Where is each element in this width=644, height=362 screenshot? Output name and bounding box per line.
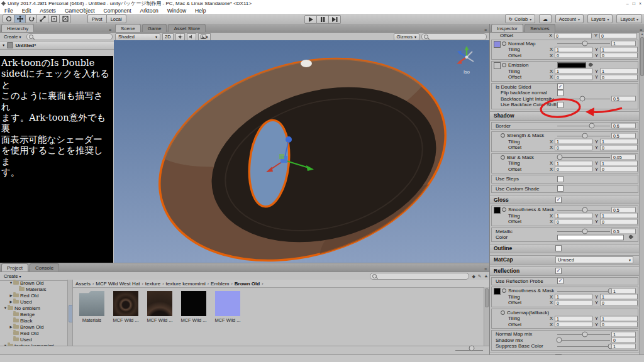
foldout-arrow-icon[interactable]: ▼ (2, 43, 5, 47)
inspector-scrollbar[interactable]: ▲ (639, 32, 644, 354)
audio-toggle-button[interactable] (187, 33, 196, 41)
y-field[interactable]: 1 (600, 160, 638, 166)
menu-arktoon[interactable]: Arktoon (136, 8, 163, 14)
y-field[interactable]: 1 (600, 294, 638, 300)
play-button[interactable] (304, 15, 317, 24)
checkbox[interactable] (557, 185, 564, 192)
project-search-input[interactable] (370, 273, 469, 280)
value-field[interactable]: 1 (611, 41, 636, 47)
scale-tool-button[interactable] (37, 14, 48, 23)
local-toggle-button[interactable]: Local (106, 14, 126, 23)
tab-game[interactable]: Game (142, 24, 167, 32)
tab-console[interactable]: Console (30, 263, 59, 272)
panel-menu-icon[interactable]: ≡ (640, 28, 642, 32)
y-field[interactable]: 1 (600, 47, 638, 52)
lighting-toggle-button[interactable] (175, 33, 185, 41)
slider-handle[interactable] (582, 207, 588, 212)
breadcrumb-item-texture[interactable]: texture (145, 281, 160, 287)
foldout-arrow-icon[interactable]: ▶ (9, 300, 13, 304)
search-by-label-icon[interactable]: ✎ (478, 274, 482, 279)
section-header-reflection[interactable]: Reflection✓ (490, 266, 640, 276)
menu-gameobject[interactable]: GameObject (60, 8, 99, 14)
collab-dropdown[interactable]: ↻Collab▾ (505, 14, 536, 23)
value-field[interactable]: 0.05 (611, 155, 636, 160)
y-field[interactable]: 0 (600, 322, 638, 327)
foldout-arrow-icon[interactable]: ▼ (9, 281, 13, 285)
y-field[interactable]: 0 (600, 74, 638, 80)
asset-materials-folder[interactable]: Materials (78, 291, 106, 346)
checkbox[interactable]: ✓ (555, 268, 562, 274)
breadcrumb-item-brown-old[interactable]: Brown Old (235, 281, 260, 287)
tab-scene[interactable]: Scene (115, 24, 141, 32)
maximize-icon[interactable]: □ (633, 1, 635, 6)
checkbox[interactable]: ✓ (557, 84, 564, 90)
x-field[interactable]: 0 (555, 145, 592, 150)
menu-help[interactable]: Help (191, 8, 210, 14)
slider-handle[interactable] (582, 133, 588, 138)
rect-tool-button[interactable] (48, 14, 60, 23)
account-dropdown[interactable]: Account▾ (555, 14, 584, 23)
scroll-up-icon[interactable]: ▲ (641, 32, 644, 36)
checkbox[interactable]: ✓ (557, 278, 564, 284)
section-header-gloss[interactable]: Gloss✓ (490, 195, 640, 204)
value-field[interactable]: 0 (611, 337, 636, 343)
value-field[interactable]: 0.6 (611, 123, 636, 129)
tree-item-red-old[interactable]: Red Old (0, 330, 72, 336)
checkbox[interactable] (557, 176, 564, 182)
asset-mcf-wild-arc[interactable]: MCF Wild ... (146, 291, 174, 346)
y-field[interactable]: 1 (600, 213, 638, 219)
value-field[interactable]: 0.5 (611, 207, 636, 212)
rotate-tool-button[interactable] (26, 14, 37, 23)
breadcrumb-item-texture-kemomimi[interactable]: texture kemomimi (166, 281, 206, 287)
step-button[interactable] (329, 15, 341, 24)
x-field[interactable]: 1 (555, 294, 592, 300)
x-field[interactable]: 1 (555, 213, 592, 219)
value-field[interactable]: 0.5 (611, 229, 636, 234)
scene-viewport[interactable]: Iso (114, 40, 489, 263)
effects-dropdown[interactable]: ▾ (198, 33, 211, 41)
tab-asset-store[interactable]: Asset Store (168, 24, 205, 32)
tree-item-no-emblem[interactable]: ▼No emblem (0, 305, 72, 311)
value-field[interactable]: 1 (611, 288, 636, 293)
y-field[interactable]: 1 (600, 315, 638, 321)
slider-handle[interactable] (589, 123, 594, 129)
eyedropper-icon[interactable] (628, 234, 633, 239)
value-field[interactable]: 0.5 (611, 133, 636, 138)
tree-scrollbar[interactable] (67, 280, 72, 346)
x-field[interactable]: 0 (555, 300, 592, 305)
x-field[interactable]: 1 (555, 315, 592, 321)
project-create-button[interactable]: Create▾ (1, 273, 24, 279)
tree-item-brown-old[interactable]: ▶Brown Old (0, 324, 72, 330)
tree-item-red-old[interactable]: ▶Red Old (0, 292, 72, 299)
breadcrumb-item-mcf-wild-west-hat[interactable]: MCF Wild West Hat (96, 281, 140, 287)
y-field[interactable]: 0 (600, 300, 638, 305)
x-field[interactable]: 1 (555, 47, 592, 52)
section-header-outline[interactable]: Outline (490, 244, 640, 253)
breadcrumb-item-assets[interactable]: Assets (75, 281, 91, 287)
eyedropper-icon[interactable] (588, 62, 593, 67)
view-mode-label[interactable]: Iso (453, 69, 480, 75)
minimize-icon[interactable]: – (626, 1, 629, 6)
pivot-toggle-button[interactable]: Pivot (87, 14, 106, 23)
slider-handle[interactable] (582, 331, 588, 337)
value-field[interactable]: 1 (611, 331, 636, 337)
layout-dropdown[interactable]: Layout▾ (616, 14, 642, 23)
value-field[interactable]: 1 (611, 343, 636, 349)
tree-item-berige[interactable]: Berige (0, 311, 72, 317)
checkbox[interactable] (557, 90, 564, 96)
panel-menu-icon[interactable]: ≡ (484, 28, 487, 32)
thumbnail-size-slider[interactable] (455, 350, 483, 351)
asset-scrollbar[interactable] (484, 287, 489, 346)
section-header-shadow[interactable]: Shadow (490, 111, 640, 121)
section-header-matcap[interactable]: MatCapUnused▾ (490, 255, 640, 265)
color-swatch[interactable] (557, 62, 586, 68)
color-swatch[interactable] (557, 234, 624, 240)
menu-component[interactable]: Component (99, 8, 136, 14)
slider-handle[interactable] (556, 337, 562, 343)
y-field[interactable]: 0 (600, 145, 638, 150)
y-field[interactable]: 1 (600, 139, 638, 145)
slider-handle[interactable] (582, 229, 588, 234)
transform-tool-button[interactable] (60, 14, 71, 23)
cloud-button[interactable]: ☁ (539, 14, 552, 23)
x-field[interactable]: 0 (555, 74, 592, 80)
